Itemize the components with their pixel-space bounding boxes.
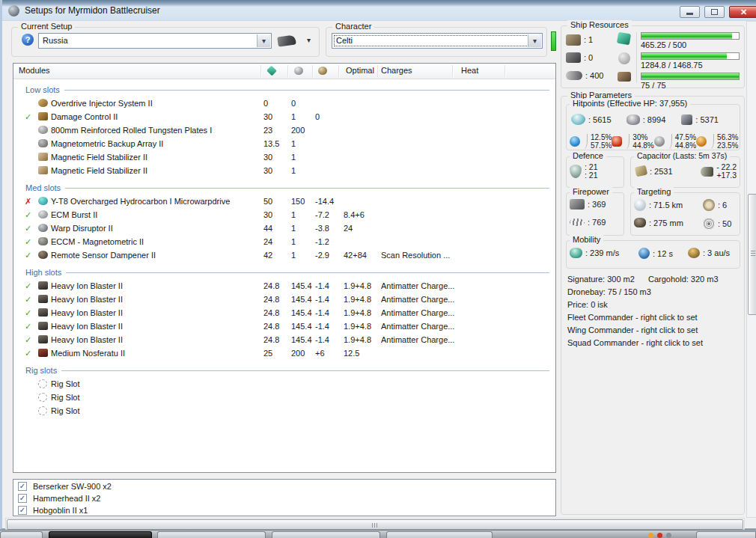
module-row[interactable]: ✓ECM Burst II301-7.28.4+6 [13, 209, 555, 222]
column-modules[interactable]: Modules [19, 66, 50, 75]
module-charges: Scan Resolution ... [381, 251, 457, 260]
module-pg: 145.4 [291, 308, 312, 317]
close-button[interactable] [729, 6, 756, 18]
rig-slot-icon [38, 406, 47, 415]
module-row[interactable]: ✓Heavy Ion Blaster II24.8145.4-1.41.9+4.… [13, 320, 555, 334]
character-combobox[interactable]: Celti [332, 33, 543, 49]
module-charges: Antimatter Charge... [381, 308, 457, 317]
character-combobox-value: Celti [336, 36, 353, 45]
dronecap-usage-text: 75 / 75 [641, 81, 740, 90]
scan-resolution-icon [634, 218, 646, 227]
module-row[interactable]: ✓Damage Control II3010 [13, 111, 555, 124]
ship-menu-button[interactable]: ▾ [276, 33, 311, 49]
module-row[interactable]: 800mm Reinforced Rolled Tungsten Plates … [13, 124, 555, 138]
rig-slot-icon [38, 379, 47, 388]
section-divider [66, 272, 549, 273]
module-optimal: 1.9+4.8 [344, 335, 371, 344]
capacitor-group: Capacitor (Lasts: 5m 37s) : 2531 - 22.2 … [630, 156, 740, 188]
modules-list[interactable]: Modules Optimal Charges Heat Low slotsOv… [13, 63, 556, 473]
minimize-button[interactable] [680, 6, 700, 18]
module-cpu: 24.8 [263, 281, 279, 290]
shield-hp-value: : 5615 [588, 115, 612, 124]
module-charges: Antimatter Charge... [381, 281, 457, 290]
column-optimal[interactable]: Optimal [346, 66, 374, 75]
module-row[interactable]: Rig Slot [13, 391, 555, 405]
module-row[interactable]: ✓Medium Nosferatu II25200+612.5 [13, 347, 555, 361]
setup-combobox[interactable]: Russia [38, 33, 272, 49]
chevron-down-icon[interactable] [528, 34, 541, 47]
vscroll-thumb[interactable] [748, 194, 756, 315]
checkbox[interactable]: ✓ [18, 482, 27, 491]
hitpoints-group: Hitpoints (Effective HP: 37,955) : 5615 … [566, 104, 740, 150]
scan-resolution-value: : 275 mm [649, 218, 683, 227]
wing-commander-link[interactable]: Wing Commander - right click to set [567, 325, 698, 334]
horizontal-scrollbar[interactable] [5, 518, 745, 530]
taskbar-clock-area[interactable] [696, 531, 756, 538]
taskbar-button[interactable] [0, 531, 43, 538]
taskbar-button[interactable] [272, 531, 380, 538]
title-bar[interactable]: Setups for Myrmidon Battlecruiser [2, 0, 756, 21]
module-row[interactable]: Magnetometric Backup Array II13.51 [13, 138, 555, 151]
module-row[interactable]: ✗Y-T8 Overcharged Hydrocarbon I Microwar… [13, 195, 555, 209]
fleet-commander-link[interactable]: Fleet Commander - right click to set [567, 313, 698, 322]
targeting-range-value: : 71.5 km [649, 201, 683, 210]
module-name: ECCM - Magnetometric II [51, 237, 144, 246]
maximize-button[interactable] [704, 6, 725, 18]
module-pg: 145.4 [291, 295, 312, 304]
chevron-down-icon[interactable]: ▾ [307, 36, 311, 44]
drone-row[interactable]: ✓Hammerhead II x2 [13, 493, 555, 505]
drone-row[interactable]: ✓Berserker SW-900 x2 [13, 481, 555, 493]
module-cpu: 30 [263, 166, 272, 175]
taskbar-button[interactable] [157, 531, 266, 538]
module-cpu: 44 [263, 224, 272, 233]
tray-icon[interactable] [666, 533, 671, 538]
mobility-label: Mobility [570, 235, 603, 244]
magstab-icon [38, 166, 48, 174]
module-cap: -7.2 [315, 210, 329, 219]
drone-list[interactable]: ✓Berserker SW-900 x2✓Hammerhead II x2✓Ho… [13, 479, 556, 516]
squad-commander-link[interactable]: Squad Commander - right click to set [567, 338, 703, 347]
module-row[interactable]: ✓Heavy Ion Blaster II24.8145.4-1.41.9+4.… [13, 307, 555, 320]
dps-icon [570, 199, 585, 210]
hscroll-thumb[interactable] [7, 519, 743, 530]
chevron-down-icon[interactable] [257, 34, 270, 47]
module-row[interactable]: Overdrive Injector System II00 [13, 97, 555, 111]
powergrid-bar [641, 52, 740, 60]
drone-row[interactable]: ✓Hobgoblin II x1 [13, 505, 555, 517]
tray-icon[interactable] [648, 533, 653, 538]
column-heat[interactable]: Heat [461, 66, 478, 75]
taskbar-button-active[interactable] [49, 531, 152, 538]
help-icon[interactable]: ? [22, 34, 34, 46]
module-row[interactable]: ✓Heavy Ion Blaster II24.8145.4-1.41.9+4.… [13, 334, 555, 347]
checkbox[interactable]: ✓ [18, 494, 27, 503]
module-cpu: 23 [263, 126, 272, 135]
vertical-scrollbar[interactable] [746, 21, 756, 518]
window-title: Setups for Myrmidon Battlecruiser [25, 5, 160, 16]
check-icon: ✓ [25, 295, 34, 305]
tray-icon[interactable] [657, 533, 662, 538]
checkbox[interactable]: ✓ [18, 506, 27, 515]
module-row[interactable]: ✓Heavy Ion Blaster II24.8145.4-1.41.9+4.… [13, 280, 555, 293]
module-pg: 150 [291, 197, 305, 206]
module-cpu: 24 [263, 237, 272, 246]
column-charges[interactable]: Charges [381, 66, 412, 75]
module-row[interactable]: Magnetic Field Stabilizer II301 [13, 151, 555, 165]
module-row[interactable]: ✓Warp Disruptor II441-3.824 [13, 222, 555, 236]
module-name: Magnetometric Backup Array II [51, 139, 163, 148]
armor-hp-icon [627, 114, 640, 125]
taskbar-button[interactable] [386, 531, 493, 538]
module-row[interactable]: ✓Remote Sensor Dampener II421-2.942+84Sc… [13, 249, 555, 263]
module-row[interactable]: Magnetic Field Stabilizer II301 [13, 165, 555, 178]
modules-list-header[interactable]: Modules Optimal Charges Heat [13, 64, 555, 79]
taskbar[interactable] [0, 530, 756, 538]
module-row[interactable]: Rig Slot [13, 378, 555, 391]
module-pg: 1 [291, 139, 296, 148]
powergrid-usage-text: 1284.8 / 1468.75 [641, 61, 740, 70]
module-pg: 200 [291, 349, 305, 358]
section-divider [65, 188, 549, 189]
module-row[interactable]: ✓ECCM - Magnetometric II241-1.2 [13, 236, 555, 249]
module-row[interactable]: Rig Slot [13, 405, 555, 418]
module-row[interactable]: ✓Heavy Ion Blaster II24.8145.4-1.41.9+4.… [13, 293, 555, 307]
module-pg: 145.4 [291, 281, 312, 290]
module-name: Magnetic Field Stabilizer II [51, 166, 147, 175]
